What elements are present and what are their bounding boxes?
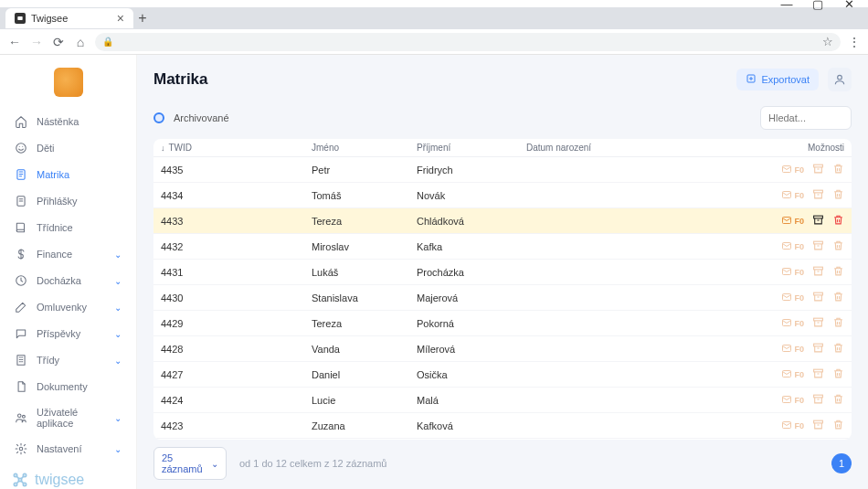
table-row[interactable]: 4429TerezaPokornáF0 — [153, 311, 852, 336]
sidebar-item-třídnice[interactable]: Třídnice — [9, 216, 127, 239]
mail-action[interactable]: F0 — [781, 317, 804, 330]
table-footer: 25 záznamů ⌄ od 1 do 12 celkem z 12 zázn… — [153, 447, 852, 480]
table-row[interactable]: 4422KateřinaSvátkováF0 — [153, 439, 852, 440]
archive-action[interactable] — [811, 420, 824, 432]
sidebar-item-třídy[interactable]: Třídy⌄ — [9, 348, 127, 372]
sidebar-item-uživatelé-aplikace[interactable]: Uživatelé aplikace⌄ — [9, 401, 127, 434]
col-surname[interactable]: Příjmení — [417, 143, 526, 153]
mail-action[interactable]: F0 — [781, 420, 804, 432]
archive-action[interactable] — [811, 292, 824, 304]
reload-icon[interactable]: ⟳ — [51, 35, 66, 49]
delete-action[interactable] — [831, 368, 844, 381]
archive-action[interactable] — [811, 266, 824, 279]
col-twid[interactable]: ↓ TWID — [161, 143, 312, 153]
sidebar-item-nástěnka[interactable]: Nástěnka — [9, 110, 127, 133]
mail-action[interactable]: F0 — [781, 343, 804, 356]
archive-action[interactable] — [811, 317, 824, 330]
back-icon[interactable]: ← — [7, 35, 22, 49]
delete-action[interactable] — [831, 292, 844, 304]
table-row[interactable]: 4424LucieMaláF0 — [153, 388, 852, 413]
col-dob[interactable]: Datum narození — [526, 143, 735, 153]
mail-icon — [781, 292, 792, 304]
sidebar-item-příspěvky[interactable]: Příspěvky⌄ — [9, 322, 127, 345]
archive-icon — [812, 367, 824, 381]
mail-action[interactable]: F0 — [781, 368, 804, 381]
svg-point-12 — [23, 483, 26, 485]
col-name[interactable]: Jméno — [312, 143, 417, 153]
user-menu-button[interactable] — [828, 68, 852, 91]
browser-tab-active[interactable]: Twigsee × — [5, 8, 133, 28]
mail-action[interactable]: F0 — [781, 240, 804, 253]
sidebar-item-label: Třídy — [37, 355, 59, 366]
delete-action[interactable] — [831, 215, 844, 228]
mail-action[interactable]: F0 — [781, 292, 804, 304]
archive-action[interactable] — [811, 368, 824, 381]
archive-action[interactable] — [811, 343, 824, 356]
delete-action[interactable] — [831, 343, 844, 356]
records-per-page-select[interactable]: 25 záznamů ⌄ — [153, 447, 227, 480]
bookmark-star-icon[interactable]: ☆ — [822, 35, 833, 48]
table-row[interactable]: 4423ZuzanaKafkováF0 — [153, 413, 852, 439]
export-button[interactable]: Exportovat — [736, 69, 819, 90]
sidebar-item-přihlášky[interactable]: Přihlášky — [9, 189, 127, 213]
sidebar-item-nastavení[interactable]: Nastavení⌄ — [9, 437, 127, 461]
mail-icon — [781, 240, 792, 253]
cell-name: Stanislava — [312, 292, 417, 303]
archive-action[interactable] — [811, 394, 824, 407]
archive-action[interactable] — [811, 240, 824, 253]
cell-options: F0 — [735, 189, 844, 202]
table-row[interactable]: 4434TomášNovákF0 — [153, 183, 852, 208]
table-row[interactable]: 4433TerezaChládkováF0 — [153, 208, 852, 234]
delete-action[interactable] — [831, 164, 844, 176]
archive-action[interactable] — [811, 189, 824, 202]
sidebar-item-omluvenky[interactable]: Omluvenky⌄ — [9, 295, 127, 319]
sidebar-item-docházka[interactable]: Docházka⌄ — [9, 269, 127, 292]
delete-action[interactable] — [831, 394, 844, 407]
sidebar-item-finance[interactable]: Finance⌄ — [9, 242, 127, 266]
table-row[interactable]: 4430StanislavaMajerováF0 — [153, 285, 852, 311]
mail-action[interactable]: F0 — [781, 215, 804, 228]
new-tab-button[interactable]: + — [133, 10, 152, 27]
sidebar-item-matrika[interactable]: Matrika — [9, 163, 127, 186]
archive-action[interactable] — [811, 164, 824, 176]
browser-menu-icon[interactable]: ⋮ — [848, 35, 861, 49]
chevron-down-icon: ⌄ — [114, 276, 122, 286]
svg-rect-29 — [813, 318, 822, 321]
trash-icon — [832, 163, 844, 176]
delete-action[interactable] — [831, 189, 844, 202]
forward-icon[interactable]: → — [29, 35, 44, 49]
window-close[interactable]: ✕ — [833, 0, 864, 11]
mail-action[interactable]: F0 — [781, 189, 804, 202]
table-row[interactable]: 4427DanielOsičkaF0 — [153, 362, 852, 388]
delete-action[interactable] — [831, 420, 844, 432]
delete-action[interactable] — [831, 240, 844, 253]
cell-surname: Osička — [417, 369, 526, 380]
mail-action[interactable]: F0 — [781, 266, 804, 279]
table-row[interactable]: 4432MiroslavKafkaF0 — [153, 234, 852, 260]
archived-toggle[interactable] — [153, 112, 164, 123]
home-icon[interactable]: ⌂ — [73, 35, 88, 49]
address-bar[interactable]: 🔒 ☆ — [95, 33, 841, 51]
chat-icon — [15, 327, 27, 340]
page-current[interactable]: 1 — [831, 453, 852, 473]
search-input[interactable] — [760, 106, 852, 130]
sidebar-item-dokumenty[interactable]: Dokumenty — [9, 375, 127, 399]
table-row[interactable]: 4435PetrFridrychF0 — [153, 157, 852, 183]
archive-icon — [812, 342, 824, 356]
browser-toolbar: ← → ⟳ ⌂ 🔒 ☆ ⋮ — [0, 29, 868, 55]
archive-action[interactable] — [811, 215, 824, 228]
svg-rect-21 — [813, 216, 822, 218]
window-maximize[interactable]: ▢ — [802, 0, 833, 11]
table-row[interactable]: 4428VandaMílerováF0 — [153, 336, 852, 362]
app-logo — [0, 68, 136, 110]
delete-action[interactable] — [831, 266, 844, 279]
archive-icon — [812, 163, 824, 176]
window-minimize[interactable]: — — [771, 0, 802, 11]
sidebar-item-děti[interactable]: Děti — [9, 136, 127, 160]
mail-action[interactable]: F0 — [781, 164, 804, 176]
table-row[interactable]: 4431LukášProcházkaF0 — [153, 260, 852, 285]
mail-action[interactable]: F0 — [781, 394, 804, 407]
svg-point-8 — [19, 447, 23, 451]
delete-action[interactable] — [831, 317, 844, 330]
tab-close-icon[interactable]: × — [117, 12, 124, 25]
